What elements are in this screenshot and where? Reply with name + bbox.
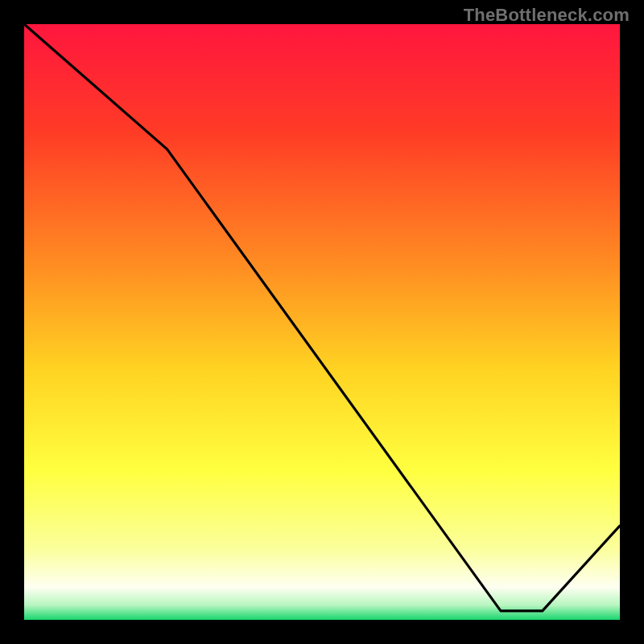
chart-svg <box>0 0 644 644</box>
chart-container: TheBottleneck.com <box>0 0 644 644</box>
plot-background <box>24 24 620 620</box>
watermark-text: TheBottleneck.com <box>464 5 630 26</box>
